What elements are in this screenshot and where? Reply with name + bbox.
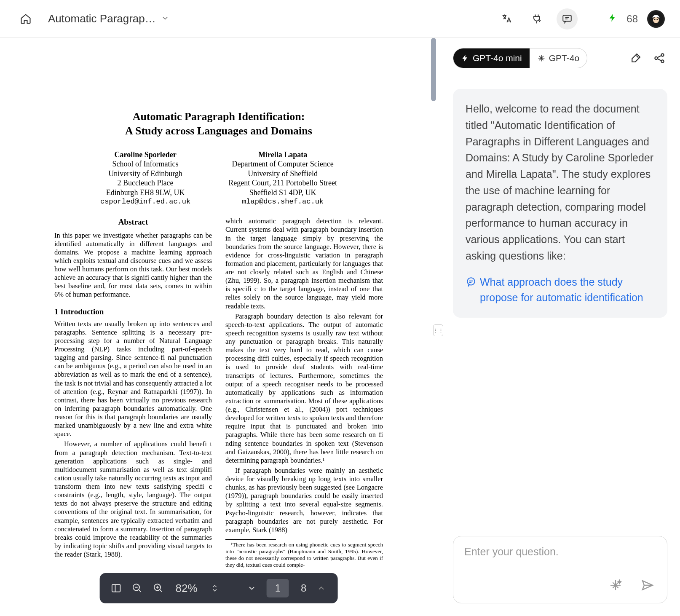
token-count: 68 [626, 13, 638, 25]
total-pages: 8 [301, 582, 306, 594]
brush-icon[interactable] [628, 50, 644, 66]
paper-title: Automatic Paragraph Identification: A St… [54, 110, 383, 138]
zoom-in-icon[interactable] [152, 582, 165, 595]
app-header: Automatic Paragrap… 68 [0, 0, 680, 38]
paragraph: If paragraph boundaries were mainly an a… [225, 466, 383, 534]
chat-input[interactable]: Enter your question. [453, 536, 667, 603]
chat-panel: GPT-4o mini GPT-4o Hello, welcome to rea… [440, 38, 680, 616]
author-affil: Edinburgh EH8 9LW, UK [100, 188, 190, 198]
paragraph: Written texts are usually broken up into… [54, 320, 212, 439]
current-page[interactable]: 1 [267, 579, 289, 597]
footnote: ¹There has been research on using phonet… [225, 541, 383, 568]
chat-bubble-icon [466, 276, 477, 292]
paper-title-line: Automatic Paragraph Identification: [133, 110, 305, 123]
document-title-text: Automatic Paragrap… [48, 12, 156, 25]
paper-col-left: Abstract In this paper we investigate wh… [54, 217, 212, 568]
svg-point-4 [657, 19, 658, 20]
svg-rect-5 [112, 584, 120, 592]
svg-point-2 [653, 17, 659, 23]
bolt-icon [608, 13, 617, 25]
author-name: Caroline Sporleder [100, 150, 190, 160]
avatar[interactable] [647, 10, 665, 28]
abstract-heading: Abstract [54, 217, 212, 227]
model-selector: GPT-4o mini GPT-4o [453, 48, 587, 68]
author-affil: University of Edinburgh [100, 169, 190, 179]
welcome-text: Hello, welcome to read the document titl… [466, 103, 653, 262]
welcome-message: Hello, welcome to read the document titl… [453, 89, 667, 318]
author-affil: Sheffield S1 4DP, UK [228, 188, 337, 198]
zoom-percent: 82% [176, 582, 198, 595]
pdf-page: Automatic Paragraph Identification: A St… [50, 93, 387, 576]
author-name: Mirella Lapata [228, 150, 337, 160]
zoom-stepper-icon[interactable] [209, 582, 221, 595]
svg-point-11 [467, 278, 474, 285]
home-icon[interactable] [15, 8, 36, 29]
author-affil: School of Informatics [100, 159, 190, 169]
share-icon[interactable] [651, 50, 667, 66]
paper-col-right: which automatic paragraph detection is r… [225, 217, 383, 568]
suggested-question[interactable]: What approach does the study propose for… [466, 274, 655, 306]
zoom-out-icon[interactable] [131, 582, 144, 595]
suggestion-text: What approach does the study propose for… [480, 274, 655, 306]
model-label: GPT-4o mini [473, 53, 522, 63]
next-page-icon[interactable] [315, 582, 327, 595]
paragraph: Paragraph boundary detection is also rel… [225, 312, 383, 465]
chat-header: GPT-4o mini GPT-4o [440, 38, 680, 76]
paragraph: which automatic paragraph detection is r… [225, 217, 383, 310]
sidebar-toggle-icon[interactable] [110, 582, 123, 595]
panel-divider[interactable]: ⋮⋮ [437, 38, 440, 616]
model-label: GPT-4o [549, 53, 579, 63]
prev-page-icon[interactable] [246, 582, 258, 595]
chat-messages: Hello, welcome to read the document titl… [440, 76, 680, 527]
section-heading: 1 Introduction [54, 307, 212, 316]
send-icon[interactable] [641, 579, 656, 594]
author-affil: 2 Buccleuch Place [100, 178, 190, 188]
chat-icon[interactable] [557, 8, 578, 29]
translate-icon[interactable] [496, 8, 517, 29]
svg-point-3 [654, 19, 656, 20]
scrollbar-thumb[interactable] [431, 38, 436, 101]
author-block: Caroline Sporleder School of Informatics… [100, 150, 190, 206]
plug-icon[interactable] [526, 8, 547, 29]
model-option-full[interactable]: GPT-4o [530, 48, 587, 68]
document-title[interactable]: Automatic Paragrap… [48, 12, 169, 25]
chevron-down-icon [161, 12, 169, 25]
model-option-mini[interactable]: GPT-4o mini [453, 48, 530, 68]
input-placeholder: Enter your question. [464, 546, 656, 579]
abstract-body: In this paper we investigate whether par… [54, 231, 212, 299]
author-block: Mirella Lapata Department of Computer Sc… [228, 150, 337, 206]
author-affil: Regent Court, 211 Portobello Street [228, 178, 337, 188]
svg-rect-0 [563, 15, 572, 21]
author-email: csporled@inf.ed.ac.uk [100, 197, 190, 206]
author-affil: Department of Computer Science [228, 159, 337, 169]
author-affil: University of Sheffield [228, 169, 337, 179]
paragraph: However, a number of applications could … [54, 440, 212, 559]
paper-title-line: A Study across Languages and Domains [125, 125, 312, 137]
chat-input-area: Enter your question. [440, 527, 680, 616]
pdf-toolbar: 82% 1 8 [100, 573, 338, 603]
header-actions: 68 [496, 8, 665, 29]
pdf-viewer: Automatic Paragraph Identification: A St… [0, 38, 437, 616]
sparkle-icon[interactable] [609, 579, 624, 594]
author-email: mlap@dcs.shef.ac.uk [228, 197, 337, 206]
